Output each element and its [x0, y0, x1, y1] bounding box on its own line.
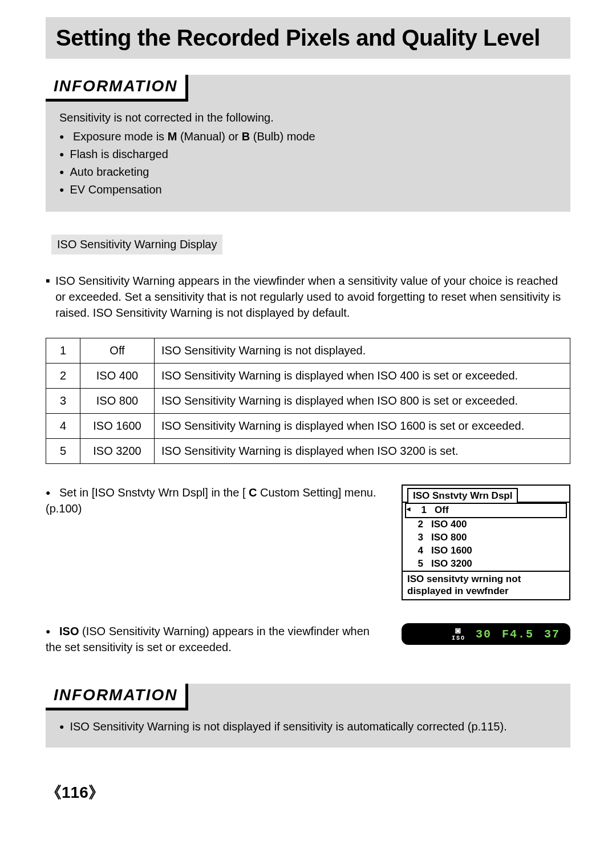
viewfinder-count: 37	[544, 628, 560, 641]
menu-option-2: 2ISO 400	[403, 518, 569, 531]
iso-warning-table: 1OffISO Sensitivity Warning is not displ…	[46, 338, 570, 464]
manual-mode-icon: M	[168, 130, 177, 143]
page-title: Setting the Recorded Pixels and Quality …	[56, 25, 560, 51]
table-row: 5ISO 3200ISO Sensitivity Warning is disp…	[46, 439, 570, 464]
table-row: 4ISO 1600ISO Sensitivity Warning is disp…	[46, 414, 570, 439]
iso-warning-description: ISO Sensitivity Warning appears in the v…	[46, 273, 570, 321]
table-row: 3ISO 800ISO Sensitivity Warning is displ…	[46, 389, 570, 414]
information-heading-1: INFORMATION	[46, 75, 188, 102]
page-number: 116	[46, 782, 570, 804]
menu-option-1: 1Off	[405, 503, 567, 518]
info2-item: ISO Sensitivity Warning is not displayed…	[59, 718, 557, 735]
menu-footer: ISO sensitvty wrning not displayed in ve…	[403, 571, 569, 600]
table-row: 2ISO 400ISO Sensitivity Warning is displ…	[46, 364, 570, 389]
information-box-1: INFORMATION Sensitivity is not corrected…	[46, 75, 570, 212]
viewfinder-shutter: 30	[476, 628, 492, 641]
menu-option-5: 5ISO 3200	[403, 558, 569, 571]
custom-setting-icon: C	[249, 486, 257, 499]
iso-icon: ISO	[59, 625, 79, 637]
menu-tab-label: ISO Snstvty Wrn Dspl	[407, 488, 518, 503]
viewfinder-aperture: F4.5	[502, 628, 534, 641]
bulb-mode-icon: B	[242, 130, 250, 143]
menu-option-4: 4ISO 1600	[403, 544, 569, 558]
setin-instruction: Set in [ISO Snstvty Wrn Dspl] in the [ C…	[46, 484, 379, 516]
iso-viewfinder-note: ISO (ISO Sensitivity Warning) appears in…	[46, 623, 379, 655]
info1-intro: Sensitivity is not corrected in the foll…	[59, 110, 557, 126]
information-box-2: INFORMATION ISO Sensitivity Warning is n…	[46, 684, 570, 748]
info1-item-2: Flash is discharged	[59, 146, 557, 163]
info1-item-1: Exposure mode is M (Manual) or B (Bulb) …	[59, 128, 557, 145]
table-row: 1OffISO Sensitivity Warning is not displ…	[46, 338, 570, 364]
viewfinder-iso-icon: ◙ISO	[452, 627, 465, 641]
page-title-block: Setting the Recorded Pixels and Quality …	[46, 17, 570, 59]
subsection-heading: ISO Sensitivity Warning Display	[51, 235, 222, 255]
info1-item-4: EV Compensation	[59, 181, 557, 198]
viewfinder-display: ◙ISO 30 F4.5 37	[402, 623, 570, 645]
menu-option-3: 3ISO 800	[403, 531, 569, 544]
information-heading-2: INFORMATION	[46, 684, 188, 710]
menu-screen: ISO Snstvty Wrn Dspl 1Off 2ISO 400 3ISO …	[402, 484, 570, 600]
info1-item-3: Auto bracketing	[59, 164, 557, 180]
